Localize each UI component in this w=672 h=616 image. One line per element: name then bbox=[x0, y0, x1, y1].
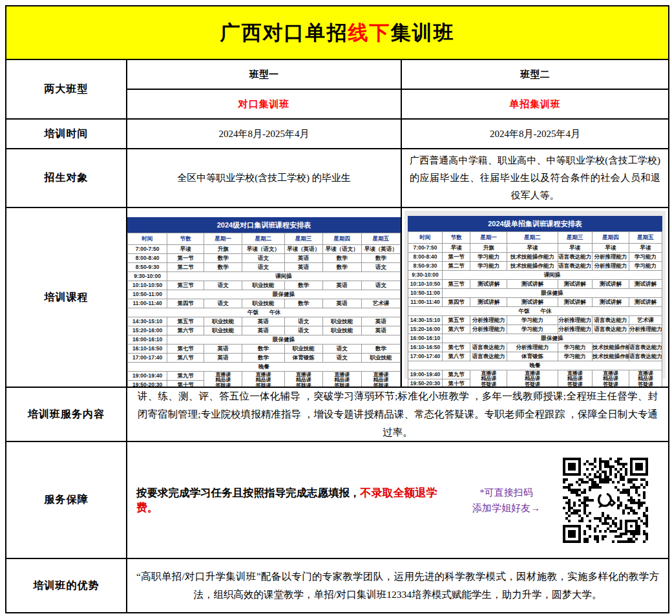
schedule-subject-cell: 早读 bbox=[629, 244, 662, 253]
schedule-time-cell: 16:00-16:10 bbox=[408, 334, 443, 343]
schedule-subject-cell: 早读 bbox=[507, 244, 558, 253]
schedule-break-row: 眼保健操 bbox=[167, 290, 401, 299]
title-suffix: 集训班 bbox=[391, 21, 455, 44]
schedule-subject-cell: 数学 bbox=[242, 354, 284, 363]
enrollment-target-1: 全区中等职业学校(含技工学校) 的毕业生 bbox=[127, 149, 401, 207]
schedule-subject-cell: 早读（语文） bbox=[322, 245, 361, 254]
schedule-time-cell: 7:00-7:50 bbox=[408, 244, 443, 253]
schedule-time-cell: 16:00-16:10 bbox=[128, 335, 167, 345]
schedule-subject-cell: 测试讲解 bbox=[592, 280, 629, 289]
schedule-cell-danzhao: 2024级单招集训班课程安排表时间节数星期一星期二星期三星期四星期五7:00-7… bbox=[402, 208, 668, 387]
schedule-subject-cell: 测试讲解 bbox=[558, 298, 592, 307]
schedule-table-duikou: 2024级对口集训班课程安排表时间节数星期一星期二星期三星期四星期五7:00-7… bbox=[127, 217, 401, 387]
schedule-subject-cell: 职业技能 bbox=[322, 326, 361, 335]
schedule-break-row: 午饭 午休 bbox=[128, 308, 401, 317]
schedule-subject-cell: 数学 bbox=[361, 345, 400, 354]
schedule-subject-cell: 英语 bbox=[361, 317, 400, 326]
schedule-subject-cell: 语文 bbox=[284, 317, 322, 326]
schedule-subject-cell: 语言表达能力 bbox=[558, 262, 592, 271]
schedule-period-cell: 第五节 bbox=[167, 317, 204, 326]
schedule-subject-cell: 职业技能 bbox=[204, 317, 242, 326]
training-time-2: 2024年8月-2025年4月 bbox=[402, 120, 668, 148]
schedule-subject-cell: 学习能力 bbox=[507, 316, 558, 325]
schedule-period-cell: 第四节 bbox=[443, 298, 470, 307]
schedule-period-cell: 第八节 bbox=[443, 352, 470, 361]
schedule-title: 2024级单招集训班课程安排表 bbox=[408, 216, 662, 231]
schedule-time-cell: 8:00-8:40 bbox=[128, 254, 167, 263]
schedule-column-header: 星期五 bbox=[361, 233, 400, 245]
schedule-period-cell: 第四节 bbox=[167, 299, 204, 308]
schedule-period-cell: 第一节 bbox=[443, 253, 470, 262]
schedule-subject-cell: 体育锻炼 bbox=[284, 354, 322, 363]
title-highlight: 线下 bbox=[348, 21, 391, 44]
schedule-time-cell: 19:00-19:40 bbox=[408, 370, 443, 379]
schedule-column-header: 星期一 bbox=[204, 233, 242, 245]
schedule-subject-cell: 早读（英语） bbox=[284, 245, 322, 254]
schedule-subject-cell: 测试讲解 bbox=[629, 280, 662, 289]
class-type-2-header: 班型二 bbox=[402, 60, 668, 89]
schedule-subject-cell: 技术技能操作能力 bbox=[507, 253, 558, 262]
schedule-subject-cell: 语言表达能力 bbox=[592, 325, 629, 334]
schedule-subject-cell: 英语 bbox=[361, 326, 400, 335]
schedule-time-cell: 14:30-15:10 bbox=[408, 316, 443, 325]
schedule-period-cell: 早读 bbox=[167, 245, 204, 254]
schedule-subject-cell: 数学 bbox=[284, 281, 322, 290]
page-title: 广西对口单招线下集训班 bbox=[220, 19, 455, 47]
schedule-subject-cell: 语言表达能力 bbox=[470, 343, 507, 352]
schedule-evening-cell: 直播课精品课答疑课 bbox=[361, 372, 400, 387]
schedule-evening-cell: 直播课精品课答疑课 bbox=[470, 370, 507, 387]
title-prefix: 广西对口单招 bbox=[220, 21, 348, 44]
schedule-period-cell: 第七节 bbox=[167, 345, 204, 354]
schedule-subject-cell: 语言表达能力 bbox=[470, 352, 507, 361]
flyer-table: 广西对口单招线下集训班 两大班型 班型一 班型二 对口集训班 单招集训班 培训时… bbox=[5, 5, 669, 613]
schedule-break-row: 晚餐 bbox=[128, 363, 401, 372]
schedule-subject-cell: 英语 bbox=[322, 299, 361, 308]
schedule-subject-cell: 英语 bbox=[204, 345, 242, 354]
schedule-subject-cell: 早读（语文） bbox=[242, 245, 284, 254]
schedule-subject-cell: 测试讲解 bbox=[507, 280, 558, 289]
schedule-period-cell: 第七节 bbox=[443, 343, 470, 352]
schedule-break-row: 午饭 午休 bbox=[408, 307, 662, 316]
schedule-period-cell: 第五节 bbox=[443, 316, 470, 325]
schedule-period-cell: 第六节 bbox=[443, 325, 470, 334]
schedule-subject-cell: 数学 bbox=[284, 299, 322, 308]
schedule-column-header: 时间 bbox=[408, 232, 443, 244]
schedule-time-cell: 9:30-10:00 bbox=[408, 271, 443, 280]
qr-code-canvas bbox=[558, 453, 653, 547]
services-text: 讲、练、测、评、答五位一体化辅导 ，突破学习薄弱环节;标准化小班教学 ，多年一线… bbox=[127, 388, 668, 441]
training-time-1: 2024年8月-2025年4月 bbox=[127, 120, 401, 148]
schedule-period-cell: 第三节 bbox=[443, 280, 470, 289]
schedule-period-cell: 第二节 bbox=[167, 263, 204, 272]
schedule-time-cell: 16:10-16:50 bbox=[128, 345, 167, 354]
schedule-time-cell: 8:50-9:30 bbox=[128, 263, 167, 272]
schedule-subject-cell: 分析推理能力 bbox=[470, 316, 507, 325]
schedule-period-cell: 早读 bbox=[443, 244, 470, 253]
schedule-subject-cell: 技术技能操作能力 bbox=[592, 343, 629, 352]
schedule-subject-cell: 职业技能 bbox=[204, 326, 242, 335]
schedule-column-header: 星期四 bbox=[592, 232, 629, 244]
schedule-subject-cell: 数学 bbox=[204, 254, 242, 263]
schedule-time-cell: 17:00-17:40 bbox=[128, 354, 167, 363]
row-label-training-time: 培训时间 bbox=[6, 120, 126, 148]
schedule-subject-cell: 英语 bbox=[242, 326, 284, 335]
schedule-subject-cell: 分析推理能力 bbox=[470, 325, 507, 334]
schedule-subject-cell: 早读（英语） bbox=[361, 245, 400, 254]
schedule-break-row: 晚餐 bbox=[408, 361, 662, 370]
schedule-time-cell: 8:00-8:40 bbox=[408, 253, 443, 262]
schedule-time-cell: 19:00-19:40 bbox=[128, 372, 167, 381]
schedule-subject-cell: 数学 bbox=[322, 263, 361, 272]
schedule-evening-cell: 直播课精品课答疑课 bbox=[629, 370, 662, 387]
schedule-subject-cell: 学习能力 bbox=[470, 262, 507, 271]
schedule-subject-cell: 测试讲解 bbox=[558, 280, 592, 289]
schedule-time-cell: 19:50-20:30 bbox=[408, 379, 443, 387]
schedule-grid: 时间节数星期一星期二星期三星期四星期五7:00-7:50早读升旗早读早读早读早读… bbox=[408, 231, 662, 387]
schedule-time-cell: 7:00-7:50 bbox=[128, 245, 167, 254]
schedule-subject-cell: 英语 bbox=[242, 317, 284, 326]
schedule-subject-cell: 职业技能 bbox=[322, 317, 361, 326]
qr-caption-line2: 添加学姐好友→ bbox=[454, 500, 558, 516]
schedule-subject-cell: 测试讲解 bbox=[592, 298, 629, 307]
guarantee-content: 按要求完成学习任务且按照指导完成志愿填报，不录取全额退学费。 *可直接扫码 添加… bbox=[127, 442, 668, 558]
schedule-subject-cell: 语言表达能力 bbox=[629, 343, 662, 352]
schedule-subject-cell: 技术技能操作能力 bbox=[592, 352, 629, 361]
schedule-subject-cell: 分析推理能力 bbox=[592, 262, 629, 271]
